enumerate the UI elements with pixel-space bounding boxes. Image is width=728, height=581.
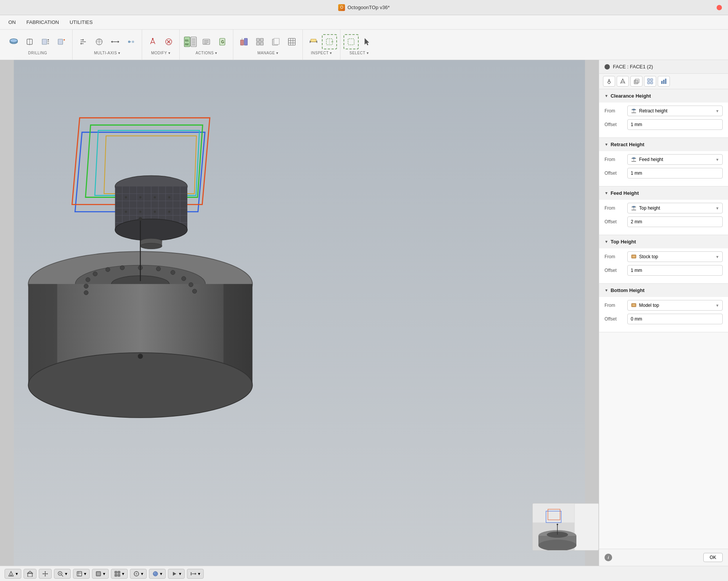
bottom-offset-input[interactable]: 0 mm [627,314,723,324]
svg-point-107 [171,270,175,275]
retract-from-select[interactable]: Feed height ▼ [627,154,723,165]
app-icon: O [338,4,345,11]
zoom-btn[interactable]: ▾ [54,569,71,579]
svg-point-180 [136,573,137,575]
feed-height-header[interactable]: ▼ Feed Height [599,186,728,200]
panel-tab-tool[interactable] [603,76,615,87]
top-offset-row: Offset 1 mm [605,265,723,276]
panel-tab-grid[interactable] [644,76,656,87]
menu-on[interactable]: ON [3,17,21,27]
clearance-from-select[interactable]: Retract height ▼ [627,106,723,116]
svg-rect-50 [288,38,295,45]
top-height-body: From Stock top ▼ [599,248,728,283]
svg-rect-174 [97,572,100,575]
actions-btn-1[interactable]: G1 G2 [183,34,198,49]
bottom-from-select[interactable]: Model top ▼ [627,300,723,311]
viewport[interactable] [0,60,599,566]
feed-from-select[interactable]: Top height ▼ [627,203,723,213]
clearance-from-value: Retract height [639,108,668,114]
svg-point-86 [115,219,187,241]
drill-btn-2[interactable] [22,34,37,49]
display-mode-arrow: ▾ [84,571,86,576]
multiaxis-btn-2[interactable] [92,34,107,49]
svg-rect-138 [650,82,653,84]
menu-utilities[interactable]: UTILITIES [64,17,98,27]
svg-rect-122 [574,504,599,551]
actions-btn-3[interactable]: G [215,34,230,49]
svg-point-89 [154,196,156,199]
bottom-height-header[interactable]: ▼ Bottom Height [599,284,728,297]
feed-offset-input[interactable]: 2 mm [627,216,723,227]
bottom-dropdown-icon: ▼ [715,303,719,308]
animation-btn[interactable]: ▾ [168,569,185,579]
simulate-btn[interactable]: ▾ [187,569,204,579]
retract-from-value: Feed height [639,157,663,162]
retract-offset-row: Offset 1 mm [605,168,723,178]
manage-btn-4[interactable] [284,34,299,49]
menu-fabrication[interactable]: FABRICATION [21,17,65,27]
render-btn[interactable]: ▾ [149,569,166,579]
retract-offset-input[interactable]: 1 mm [627,168,723,178]
top-from-icon [631,254,637,260]
top-offset-value: 1 mm [631,268,642,273]
manage-btn-3[interactable] [268,34,283,49]
retract-arrow-icon: ▼ [605,142,608,147]
panel-tab-chart[interactable] [658,76,670,87]
toolbar-group-inspect: INSPECT ▾ [303,30,340,60]
manage-btn-1[interactable] [236,34,252,49]
multiaxis-btn-3[interactable] [108,34,123,49]
svg-point-115 [192,289,196,293]
multiaxis-label: MULTI-AXIS ▾ [94,51,120,55]
drill-btn-3[interactable] [38,34,53,49]
panel-tab-solid[interactable] [630,76,643,87]
inspect-btn-1[interactable] [306,34,321,49]
multiaxis-btn-1[interactable] [76,34,91,49]
navigate-btn-label: ▾ [16,571,18,576]
svg-marker-17 [111,41,112,43]
clearance-offset-input[interactable]: 1 mm [627,119,723,130]
multiaxis-btn-4[interactable] [123,34,139,49]
manage-btn-2[interactable] [252,34,267,49]
top-offset-label: Offset [605,268,624,273]
retract-height-header[interactable]: ▼ Retract Height [599,138,728,151]
select-btn-2[interactable] [359,34,375,49]
svg-rect-46 [256,42,260,45]
ok-button[interactable]: OK [703,553,723,562]
modify-btn-1[interactable] [145,34,160,49]
inspect-btn-2[interactable] [322,34,337,49]
top-arrow-icon: ▼ [605,240,608,244]
visual-style-btn[interactable]: ▾ [92,569,109,579]
top-from-select[interactable]: Stock top ▼ [627,251,723,262]
close-button[interactable] [717,5,722,10]
manage-label: MANAGE ▾ [257,51,278,55]
mini-preview-svg [533,504,599,551]
grid-btn[interactable]: ▾ [111,569,128,579]
svg-rect-178 [118,574,120,576]
actions-btn-2[interactable] [199,34,214,49]
retract-offset-label: Offset [605,171,624,176]
navigate-btn[interactable]: ▾ [5,569,21,579]
section-retract-height: ▼ Retract Height From [599,138,728,186]
retract-dropdown-icon: ▼ [715,158,719,162]
clearance-offset-value: 1 mm [631,122,642,127]
main-content: FACE : FACE1 (2) [0,60,728,566]
feed-dropdown-icon: ▼ [715,206,719,210]
drill-btn-4[interactable] [54,34,69,49]
home-btn[interactable] [24,569,36,579]
snap-btn[interactable]: ▾ [130,569,147,579]
clearance-from-label: From [605,108,624,114]
panel-tab-face[interactable] [617,76,629,87]
pan-btn[interactable] [39,569,52,579]
svg-point-90 [168,196,171,199]
clearance-height-header[interactable]: ▼ Clearance Height [599,89,728,103]
select-btn-1[interactable] [343,34,359,49]
drill-btn-1[interactable] [6,34,21,49]
svg-marker-189 [195,573,196,575]
modify-btn-2[interactable] [161,34,176,49]
section-feed-height: ▼ Feed Height From [599,186,728,235]
display-mode-btn[interactable]: ▾ [73,569,90,579]
top-height-header[interactable]: ▼ Top Height [599,235,728,248]
feed-from-icon [631,205,637,211]
actions-buttons: G1 G2 [183,34,230,49]
top-offset-input[interactable]: 1 mm [627,265,723,276]
